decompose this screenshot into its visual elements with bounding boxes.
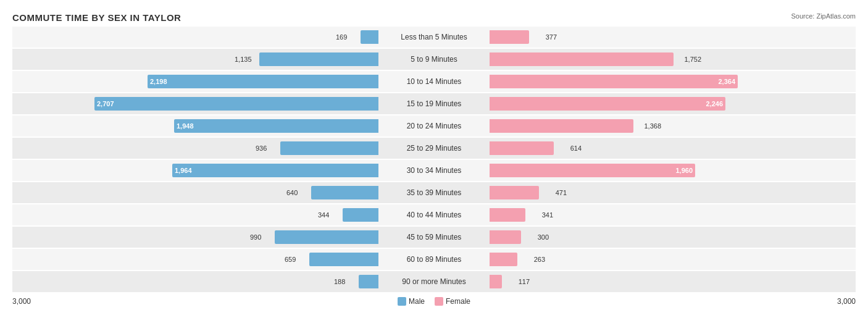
row-label: 5 to 9 Minutes — [378, 55, 490, 64]
male-value: 2,198 — [150, 78, 167, 85]
right-section: 117 — [490, 271, 856, 292]
table-row: 659 60 to 89 Minutes 263 — [12, 249, 856, 270]
left-section: 659 — [12, 249, 378, 270]
legend-female-label: Female — [446, 297, 470, 306]
table-row: 344 40 to 44 Minutes 341 — [12, 204, 856, 225]
table-row: 936 25 to 29 Minutes 614 — [12, 138, 856, 159]
male-bar-wrapper: 169 — [12, 30, 378, 44]
legend-male-label: Male — [409, 297, 425, 306]
male-bar-wrapper: 344 — [12, 208, 378, 222]
female-bar-wrapper: 1,752 — [490, 52, 856, 66]
table-row: 188 90 or more Minutes 117 — [12, 271, 856, 292]
left-section: 169 — [12, 27, 378, 48]
right-section: 1,960 — [490, 160, 856, 181]
female-value: 2,246 — [706, 100, 723, 107]
male-bar: 2,707 — [94, 97, 378, 111]
left-section: 990 — [12, 227, 378, 248]
left-section: 2,707 — [12, 93, 378, 114]
male-bar-wrapper: 188 — [12, 275, 378, 288]
female-bar-wrapper: 1,960 — [490, 164, 856, 177]
male-value: 1,948 — [177, 122, 194, 130]
table-row: 640 35 to 39 Minutes 471 — [12, 182, 856, 203]
male-value: 2,707 — [97, 100, 114, 107]
right-section: 471 — [490, 182, 856, 203]
female-bar-wrapper: 2,364 — [490, 75, 856, 88]
female-value: 377 — [546, 33, 557, 41]
row-label: 10 to 14 Minutes — [378, 77, 490, 86]
male-value: 344 — [318, 211, 329, 219]
female-bar: 1,752 — [490, 52, 674, 66]
male-bar-wrapper: 2,198 — [12, 75, 378, 88]
left-section: 1,964 — [12, 160, 378, 181]
male-bar: 659 — [309, 253, 378, 266]
female-bar: 117 — [490, 275, 502, 288]
row-label: 30 to 34 Minutes — [378, 166, 490, 175]
male-bar: 640 — [311, 186, 378, 199]
legend: Male Female — [398, 297, 470, 306]
row-label: 40 to 44 Minutes — [378, 211, 490, 219]
row-label: 15 to 19 Minutes — [378, 99, 490, 108]
female-bar: 377 — [490, 30, 529, 44]
legend-male-box — [398, 297, 406, 306]
male-value: 640 — [286, 189, 298, 196]
right-section: 1,752 — [490, 49, 856, 70]
left-section: 188 — [12, 271, 378, 292]
female-bar: 2,246 — [490, 97, 725, 111]
male-bar-wrapper: 659 — [12, 253, 378, 266]
table-row: 990 45 to 59 Minutes 300 — [12, 227, 856, 248]
left-section: 1,948 — [12, 115, 378, 136]
male-bar-wrapper: 1,964 — [12, 164, 378, 177]
chart-container: COMMUTE TIME BY SEX IN TAYLOR Source: Zi… — [0, 6, 868, 323]
male-bar: 1,135 — [259, 52, 378, 66]
female-bar-wrapper: 341 — [490, 208, 856, 222]
female-value: 471 — [556, 189, 567, 196]
chart-footer: 3,000 Male Female 3,000 — [12, 297, 856, 306]
male-bar: 1,948 — [174, 119, 378, 133]
male-value: 659 — [285, 256, 296, 263]
female-bar-wrapper: 263 — [490, 253, 856, 266]
right-section: 341 — [490, 204, 856, 225]
table-row: 2,198 10 to 14 Minutes 2,364 — [12, 71, 856, 92]
right-section: 300 — [490, 227, 856, 248]
male-bar-wrapper: 990 — [12, 230, 378, 244]
male-value: 1,964 — [175, 167, 192, 174]
table-row: 1,135 5 to 9 Minutes 1,752 — [12, 49, 856, 70]
female-bar: 614 — [490, 141, 554, 155]
female-value: 263 — [534, 256, 545, 263]
male-bar-wrapper: 1,948 — [12, 119, 378, 133]
female-bar: 1,960 — [490, 164, 695, 177]
male-bar: 344 — [343, 208, 378, 222]
row-label: 45 to 59 Minutes — [378, 233, 490, 241]
legend-female: Female — [435, 297, 470, 306]
male-bar: 936 — [280, 141, 378, 155]
female-value: 341 — [542, 211, 553, 219]
male-bar: 2,198 — [148, 75, 378, 88]
male-value: 169 — [336, 33, 347, 41]
male-bar-wrapper: 2,707 — [12, 97, 378, 111]
female-bar: 341 — [490, 208, 525, 222]
row-label: 20 to 24 Minutes — [378, 122, 490, 130]
male-bar: 1,964 — [172, 164, 378, 177]
female-bar-wrapper: 2,246 — [490, 97, 856, 111]
right-section: 614 — [490, 138, 856, 159]
right-section: 263 — [490, 249, 856, 270]
left-section: 1,135 — [12, 49, 378, 70]
axis-right-label: 3,000 — [819, 297, 856, 306]
female-bar: 471 — [490, 186, 539, 199]
male-bar: 990 — [275, 230, 378, 244]
male-value: 188 — [334, 278, 345, 285]
row-label: Less than 5 Minutes — [378, 33, 490, 41]
left-section: 640 — [12, 182, 378, 203]
bars-area: 169 Less than 5 Minutes 377 1,135 5 to 9… — [12, 27, 856, 292]
row-label: 90 or more Minutes — [378, 277, 490, 286]
female-value: 1,960 — [675, 167, 693, 174]
chart-title: COMMUTE TIME BY SEX IN TAYLOR — [12, 12, 856, 23]
right-section: 2,246 — [490, 93, 856, 114]
source-text: Source: ZipAtlas.com — [791, 12, 856, 20]
female-value: 2,364 — [718, 78, 735, 85]
female-bar-wrapper: 614 — [490, 141, 856, 155]
female-value: 614 — [570, 145, 582, 152]
male-bar: 188 — [359, 275, 378, 288]
female-bar: 263 — [490, 253, 517, 266]
row-label: 25 to 29 Minutes — [378, 144, 490, 153]
